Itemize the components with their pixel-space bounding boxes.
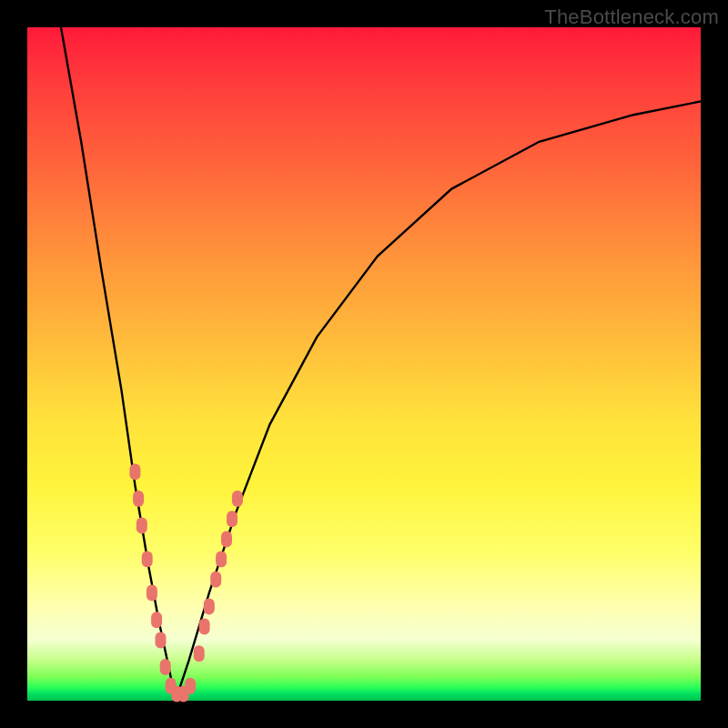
- data-marker: [185, 678, 196, 694]
- data-marker: [136, 518, 147, 534]
- data-marker: [216, 551, 227, 568]
- data-marker: [194, 645, 205, 662]
- data-marker: [147, 585, 157, 602]
- right-branch-curve: [176, 101, 701, 701]
- data-marker: [227, 511, 238, 527]
- data-marker: [133, 490, 144, 507]
- data-marker: [204, 598, 215, 614]
- chart-svg: [0, 0, 728, 728]
- data-marker: [232, 490, 243, 507]
- curve-layer: [61, 27, 701, 701]
- data-marker: [129, 463, 140, 480]
- data-marker: [156, 632, 167, 648]
- data-marker: [160, 659, 171, 675]
- data-marker: [151, 612, 162, 628]
- data-marker: [142, 551, 153, 568]
- data-marker: [210, 571, 221, 588]
- data-marker: [199, 619, 210, 635]
- data-marker: [221, 531, 232, 547]
- left-branch-curve: [61, 27, 176, 701]
- chart-frame: TheBottleneck.com: [0, 0, 728, 728]
